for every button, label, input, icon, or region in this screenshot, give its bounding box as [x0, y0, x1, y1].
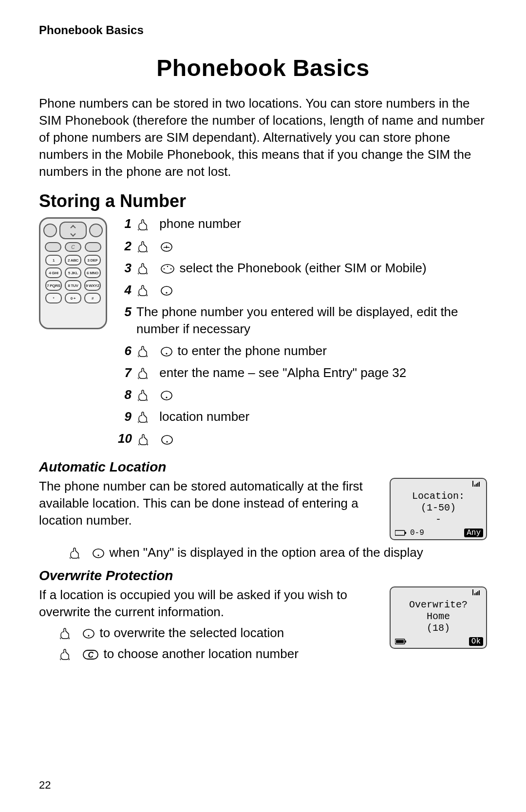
- step-text: The phone number you entered will be dis…: [136, 304, 458, 336]
- step-number: 1: [118, 215, 132, 232]
- select-key-icon: [83, 629, 94, 639]
- auto-location-action: when "Any" is displayed in the option ar…: [68, 544, 487, 561]
- hand-icon: [138, 412, 154, 423]
- keypad-key: 7 PQRS: [45, 280, 62, 291]
- battery-icon: [395, 529, 407, 536]
- keypad-key: 3 DEF: [84, 255, 101, 265]
- phonebook-key-icon: [161, 242, 172, 252]
- screen-line: Overwrite?: [393, 599, 484, 611]
- end-key-icon: [85, 242, 101, 252]
- hand-icon: [70, 548, 86, 559]
- keypad-key: 2 ABC: [65, 255, 81, 265]
- screen-foot-right: Any: [464, 529, 483, 537]
- keypad-key: 5 JKL: [65, 267, 81, 278]
- steps-list: 1 phone number 2 3 select the Phoneb: [118, 215, 487, 452]
- keypad-key: 6 MNO: [84, 267, 101, 278]
- keypad-key: 1: [45, 255, 62, 265]
- hand-icon: [138, 219, 154, 231]
- clear-key-icon: C: [65, 242, 81, 252]
- signal-icon: [472, 481, 481, 488]
- hand-icon: [138, 434, 155, 446]
- step-item: 7 enter the name – see "Alpha Entry" pag…: [118, 364, 487, 381]
- subheading-automatic-location: Automatic Location: [39, 459, 487, 475]
- screen-line: -: [393, 514, 484, 526]
- step-item: 9 location number: [118, 408, 487, 425]
- auto-location-action-text: when "Any" is displayed in the option ar…: [109, 545, 423, 560]
- hand-icon: [138, 285, 154, 297]
- step-item: 4: [118, 282, 487, 299]
- step-item: 3 select the Phonebook (either SIM or Mo…: [118, 260, 487, 277]
- call-key-icon: [45, 242, 61, 252]
- step-text: select the Phonebook (either SIM or Mobi…: [179, 261, 426, 275]
- left-softkey-icon: [43, 224, 57, 237]
- hand-icon: [138, 263, 154, 275]
- screen-foot-right: Ok: [469, 637, 483, 646]
- right-softkey-icon: [89, 224, 103, 237]
- step-item: 10: [118, 430, 487, 447]
- hand-icon: [60, 628, 76, 640]
- step-number: 8: [118, 386, 132, 403]
- step-number: 7: [118, 364, 132, 381]
- screen-location: Location: (1-50) - 0-9 Any: [390, 478, 487, 540]
- page-number: 22: [39, 779, 51, 792]
- keypad-key: 0 +: [65, 293, 81, 303]
- select-key-icon: [161, 286, 172, 296]
- step-text: to enter the phone number: [177, 343, 326, 358]
- keypad-key: 9 WXYZ: [84, 280, 101, 291]
- screen-line: Home: [393, 611, 484, 623]
- step-number: 2: [118, 238, 132, 255]
- step-item: 2: [118, 238, 487, 255]
- screen-line: Location:: [393, 491, 484, 502]
- overwrite-text: If a location is occupied you will be as…: [39, 586, 381, 621]
- hand-icon: [60, 649, 76, 661]
- section-storing-number: Storing a Number: [39, 191, 487, 211]
- step-number: 3: [118, 260, 132, 277]
- select-key-icon: [161, 391, 172, 400]
- battery-icon: [395, 638, 407, 645]
- select-key-icon: [93, 548, 104, 558]
- keypad-key: 8 TUV: [65, 280, 81, 291]
- hand-icon: [138, 241, 154, 253]
- clear-key-icon: C: [83, 650, 98, 660]
- intro-paragraph: Phone numbers can be stored in two locat…: [39, 95, 487, 180]
- select-key-icon: [161, 435, 173, 445]
- overwrite-action-2: to choose another location number: [103, 646, 298, 661]
- step-item: 6 to enter the phone number: [118, 342, 487, 359]
- screen-line: (18): [393, 623, 484, 634]
- subheading-overwrite-protection: Overwrite Protection: [39, 568, 487, 584]
- hand-icon: [138, 390, 154, 401]
- step-item: 1 phone number: [118, 215, 487, 232]
- keypad-key: #: [84, 293, 101, 303]
- phone-illustration: C 1 2 ABC 3 DEF 4 GHI 5 JKL 6 MNO 7 PQRS…: [39, 217, 107, 329]
- nav-pad-icon: [59, 222, 87, 239]
- step-text: location number: [159, 409, 249, 424]
- hand-icon: [138, 368, 154, 379]
- step-number: 10: [118, 430, 132, 447]
- step-text: phone number: [159, 216, 241, 231]
- step-number: 9: [118, 408, 132, 425]
- auto-location-text: The phone number can be stored automatic…: [39, 478, 381, 529]
- step-number: 5: [118, 303, 132, 321]
- step-text: enter the name – see "Alpha Entry" page …: [159, 365, 406, 380]
- keypad-key: 4 GHI: [45, 267, 62, 278]
- step-number: 4: [118, 282, 132, 299]
- signal-icon: [472, 589, 481, 596]
- nav-key-icon: [161, 264, 174, 274]
- hand-icon: [138, 346, 154, 358]
- screen-overwrite: Overwrite? Home (18) Ok: [390, 586, 487, 649]
- screen-foot-left: 0-9: [410, 529, 424, 537]
- running-head: Phonebook Basics: [39, 23, 487, 37]
- step-item: 5 The phone number you entered will be d…: [118, 303, 487, 338]
- keypad-key: *: [45, 293, 62, 303]
- page-title: Phonebook Basics: [39, 55, 487, 81]
- overwrite-action-1: to overwrite the selected location: [99, 625, 284, 640]
- select-key-icon: [161, 347, 172, 357]
- step-item: 8: [118, 386, 487, 403]
- screen-line: (1-50): [393, 502, 484, 514]
- step-number: 6: [118, 342, 132, 359]
